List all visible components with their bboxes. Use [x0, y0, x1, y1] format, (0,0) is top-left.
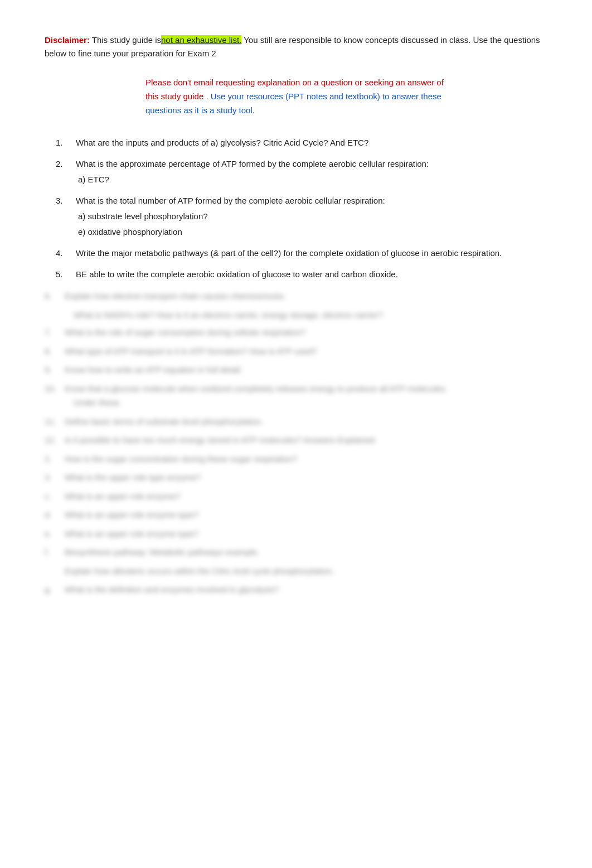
q-text: Write the major metabolic pathways (& pa…: [76, 247, 547, 260]
blurred-item: 12. Is it possible to have too much ener…: [45, 433, 547, 447]
blurred-text: What type of ATP transport is it in ATP …: [65, 344, 317, 359]
blurred-item: d. What is an upper role enzyme type?: [45, 508, 547, 522]
blurred-number: 6.: [45, 289, 65, 303]
sub-item: a) substrate level phosphorylation?: [78, 210, 547, 223]
blurred-section: 6. Explain how electron transport chain …: [45, 289, 547, 597]
blurred-text: Define basic terms of substrate level ph…: [65, 414, 263, 429]
questions-list: 1. What are the inputs and products of a…: [56, 136, 547, 281]
list-item: 4. Write the major metabolic pathways (&…: [56, 247, 547, 260]
callout-separator: .: [203, 91, 208, 101]
blurred-item: 6. Explain how electron transport chain …: [45, 289, 547, 303]
disclaimer-text-before: This study guide is: [92, 35, 161, 45]
callout-line3-blue: questions as it is a study tool.: [145, 105, 255, 115]
disclaimer-block: Disclaimer: This study guide isnot an ex…: [45, 33, 547, 60]
blurred-number: e.: [45, 527, 65, 541]
blurred-number: 2.: [45, 452, 65, 466]
q-text: What is the total number of ATP formed b…: [76, 194, 547, 208]
blurred-item: 10. Know that a glucose molecule when ox…: [45, 382, 547, 410]
q-number: 1.: [56, 136, 76, 150]
callout-line2-blue: Use your resources (PPT notes and textbo…: [208, 91, 441, 101]
blurred-item: f. Biosynthesis pathway: Metabolic pathw…: [45, 545, 547, 560]
blurred-text: Explain how allosteric occurs within the…: [65, 564, 334, 578]
blurred-number: d.: [45, 508, 65, 522]
q-text: What are the inputs and products of a) g…: [76, 136, 547, 150]
blurred-text: Under these.: [74, 398, 122, 407]
blurred-text: Know how to write an ATP equation in ful…: [65, 363, 242, 377]
sub-item: a) ETC?: [78, 173, 547, 186]
blurred-text: How is the sugar concentration during th…: [65, 452, 297, 466]
blurred-item: e. What is an upper role enzyme type?: [45, 527, 547, 541]
disclaimer-label: Disclaimer:: [45, 35, 90, 45]
blurred-number: 8.: [45, 344, 65, 359]
blurred-number: 10.: [45, 382, 65, 396]
blurred-item: 7. What is the role of sugar consumption…: [45, 325, 547, 340]
blurred-text: What is an upper role enzyme type?: [65, 508, 198, 522]
blurred-item: 9. Know how to write an ATP equation in …: [45, 363, 547, 377]
blurred-item: What is NADH's role? How is it an electr…: [74, 308, 547, 322]
blurred-text: What is an upper role enzyme type?: [65, 527, 198, 541]
blurred-text: What is the role of sugar consumption du…: [65, 325, 305, 340]
q-number: 5.: [56, 268, 76, 281]
blurred-number: [45, 564, 65, 578]
list-item: 5. BE able to write the complete aerobic…: [56, 268, 547, 281]
blurred-item: c. What is an upper role enzyme?: [45, 489, 547, 504]
blurred-text: Explain how electron transport chain cau…: [65, 289, 286, 303]
blurred-text: What is NADH's role? How is it an electr…: [74, 310, 383, 320]
blurred-number: c.: [45, 489, 65, 504]
list-item: 2. What is the approximate percentage of…: [56, 157, 547, 186]
blurred-item: 3. What is the upper role type enzyme?: [45, 470, 547, 485]
blurred-number: 3.: [45, 470, 65, 485]
callout-box: Please don't email requesting explanatio…: [129, 70, 463, 123]
blurred-text: Is it possible to have too much energy s…: [65, 433, 377, 447]
blurred-number: g.: [45, 582, 65, 597]
q-number: 2.: [56, 157, 76, 171]
blurred-number: f.: [45, 545, 65, 560]
callout-line2-red: this study guide: [145, 91, 203, 101]
blurred-number: 7.: [45, 325, 65, 340]
q-text: BE able to write the complete aerobic ox…: [76, 268, 547, 281]
blurred-item: 11. Define basic terms of substrate leve…: [45, 414, 547, 429]
blurred-item: Explain how allosteric occurs within the…: [45, 564, 547, 578]
list-item: 3. What is the total number of ATP forme…: [56, 194, 547, 239]
blurred-item: 8. What type of ATP transport is it in A…: [45, 344, 547, 359]
blurred-item: 2. How is the sugar concentration during…: [45, 452, 547, 466]
disclaimer-highlight: not an exhaustive list.: [161, 35, 241, 45]
blurred-item: g. What is the definition and enzymes in…: [45, 582, 547, 597]
blurred-number: 12.: [45, 433, 65, 447]
callout-line1: Please don't email requesting explanatio…: [145, 78, 444, 87]
blurred-text: What is the definition and enzymes invol…: [65, 582, 279, 597]
q-text: What is the approximate percentage of AT…: [76, 157, 547, 171]
blurred-text: Biosynthesis pathway: Metabolic pathways…: [65, 545, 259, 560]
q-number: 3.: [56, 194, 76, 208]
blurred-text: What is the upper role type enzyme?: [65, 470, 201, 485]
list-item: 1. What are the inputs and products of a…: [56, 136, 547, 150]
blurred-text: What is an upper role enzyme?: [65, 489, 181, 504]
blurred-text: Know that a glucose molecule when oxidiz…: [65, 382, 448, 396]
blurred-number: 11.: [45, 414, 65, 429]
sub-item: e) oxidative phosphorylation: [78, 225, 547, 239]
blurred-number: 9.: [45, 363, 65, 377]
q-number: 4.: [56, 247, 76, 260]
